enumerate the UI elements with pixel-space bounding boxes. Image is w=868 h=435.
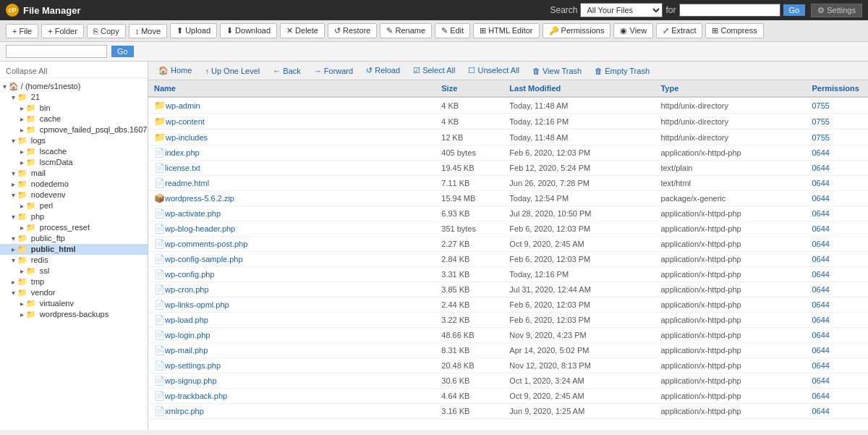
file-permissions-cell[interactable]: 0644 <box>807 145 869 161</box>
file-name-link[interactable]: wp-load.php <box>165 316 208 324</box>
file-name-link[interactable]: index.php <box>165 148 200 157</box>
file-permissions-cell[interactable]: 0755 <box>807 97 869 114</box>
file-permissions-cell[interactable]: 0644 <box>807 373 869 389</box>
tree-item-logs[interactable]: ▾ 📁 logs <box>0 135 148 146</box>
table-row[interactable]: 📄wp-config.php3.31 KBToday, 12:16 PMappl… <box>148 267 868 282</box>
table-row[interactable]: 📄wp-config-sample.php2.84 KBFeb 6, 2020,… <box>148 252 868 267</box>
file-name-link[interactable]: license.txt <box>165 164 200 172</box>
table-row[interactable]: 📄wp-load.php3.22 KBFeb 6, 2020, 12:03 PM… <box>148 313 868 328</box>
collapse-all-button[interactable]: Collapse All <box>0 64 148 78</box>
reload-button[interactable]: ↺ Reload <box>362 64 404 77</box>
empty-trash-button[interactable]: 🗑 Empty Trash <box>590 65 654 77</box>
table-row[interactable]: 📄xmlrpc.php3.16 KBJun 9, 2020, 1:25 AMap… <box>148 404 868 419</box>
permissions-button[interactable]: 🔑 Permissions <box>542 23 611 38</box>
col-type[interactable]: Type <box>655 80 806 97</box>
file-name-link[interactable]: wp-admin <box>166 101 200 110</box>
file-name-link[interactable]: wp-activate.php <box>165 209 221 218</box>
file-permissions-cell[interactable]: 0644 <box>807 358 869 373</box>
file-name-link[interactable]: wp-config.php <box>165 270 215 279</box>
view-trash-button[interactable]: 🗑 View Trash <box>528 65 586 77</box>
col-name[interactable]: Name <box>148 80 435 97</box>
search-scope-select[interactable]: All Your Files Current Directory Web Roo… <box>580 3 663 17</box>
file-permissions-cell[interactable]: 0755 <box>807 130 869 145</box>
search-go-button[interactable]: Go <box>783 4 806 16</box>
back-button[interactable]: ← Back <box>268 65 305 77</box>
table-row[interactable]: 📁wp-content4 KBToday, 12:16 PMhttpd/unix… <box>148 114 868 130</box>
file-name-link[interactable]: wp-links-opml.php <box>165 300 229 309</box>
new-file-button[interactable]: + File <box>6 24 38 38</box>
file-name-link[interactable]: wp-login.php <box>165 331 210 339</box>
file-permissions-cell[interactable]: 0644 <box>807 191 869 206</box>
col-modified[interactable]: Last Modified <box>503 80 655 97</box>
file-permissions-cell[interactable]: 0644 <box>807 176 869 191</box>
tree-item-redis[interactable]: ▾ 📁 redis <box>0 255 148 266</box>
tree-item-php[interactable]: ▾ 📁 php <box>0 211 148 222</box>
file-permissions-cell[interactable]: 0644 <box>807 389 869 404</box>
file-permissions-cell[interactable]: 0644 <box>807 267 869 282</box>
html-editor-button[interactable]: ⊞ HTML Editor <box>473 23 539 38</box>
tree-item-wordpress-backups[interactable]: ▸ 📁 wordpress-backups <box>0 309 148 320</box>
table-row[interactable]: 📄wp-blog-header.php351 bytesFeb 6, 2020,… <box>148 221 868 237</box>
table-row[interactable]: 📄wp-signup.php30.6 KBOct 1, 2020, 3:24 A… <box>148 373 868 389</box>
tree-item-tmp[interactable]: ▸ 📁 tmp <box>0 276 148 287</box>
compress-button[interactable]: ⊞ Compress <box>705 23 763 38</box>
table-row[interactable]: 📄wp-comments-post.php2.27 KBOct 9, 2020,… <box>148 237 868 252</box>
table-row[interactable]: 📄wp-activate.php6.93 KBJul 28, 2020, 10:… <box>148 206 868 221</box>
file-name-link[interactable]: xmlrpc.php <box>165 407 204 415</box>
file-permissions-cell[interactable]: 0644 <box>807 297 869 313</box>
tree-item-21[interactable]: ▾ 📁 21 <box>0 92 148 103</box>
table-row[interactable]: 📄readme.html7.11 KBJun 26, 2020, 7:28 PM… <box>148 176 868 191</box>
home-button[interactable]: 🏠 Home <box>154 64 196 77</box>
file-name-link[interactable]: wp-trackback.php <box>165 392 227 400</box>
edit-button[interactable]: ✎ Edit <box>435 23 470 38</box>
up-one-level-button[interactable]: ↑ Up One Level <box>200 65 264 77</box>
tree-item-vendor[interactable]: ▾ 📁 vendor <box>0 287 148 298</box>
file-name-link[interactable]: wp-config-sample.php <box>165 255 243 263</box>
file-permissions-cell[interactable]: 0644 <box>807 252 869 267</box>
path-input[interactable]: public_html/ <box>6 45 107 58</box>
file-name-link[interactable]: readme.html <box>165 179 209 187</box>
tree-item-lscmdata[interactable]: ▸ 📁 lscmData <box>0 157 148 168</box>
table-row[interactable]: 📄wp-cron.php3.85 KBJul 31, 2020, 12:44 A… <box>148 282 868 297</box>
table-row[interactable]: 📁wp-includes12 KBToday, 11:48 AMhttpd/un… <box>148 130 868 145</box>
table-row[interactable]: 📄wp-trackback.php4.64 KBOct 9, 2020, 2:4… <box>148 389 868 404</box>
view-button[interactable]: ◉ View <box>613 23 653 38</box>
file-permissions-cell[interactable]: 0644 <box>807 161 869 176</box>
tree-item-cache[interactable]: ▸ 📁 cache <box>0 114 148 124</box>
table-row[interactable]: 📄wp-login.php48.66 KBNov 9, 2020, 4:23 P… <box>148 328 868 343</box>
table-row[interactable]: 📁wp-admin4 KBToday, 11:48 AMhttpd/unix-d… <box>148 97 868 114</box>
tree-item----home-s1nesto-[interactable]: ▾ 🏠 / (home/s1nesto) <box>0 81 148 92</box>
rename-button[interactable]: ✎ Rename <box>380 23 432 38</box>
file-permissions-cell[interactable]: 0644 <box>807 404 869 419</box>
file-permissions-cell[interactable]: 0644 <box>807 282 869 297</box>
new-folder-button[interactable]: + Folder <box>41 24 84 38</box>
file-permissions-cell[interactable]: 0644 <box>807 328 869 343</box>
file-name-link[interactable]: wp-cron.php <box>165 285 209 294</box>
restore-button[interactable]: ↺ Restore <box>328 23 378 38</box>
table-row[interactable]: 📄index.php405 bytesFeb 6, 2020, 12:03 PM… <box>148 145 868 161</box>
table-row[interactable]: 📄license.txt19.45 KBFeb 12, 2020, 5:24 P… <box>148 161 868 176</box>
file-name-link[interactable]: wp-signup.php <box>165 376 217 385</box>
table-row[interactable]: 📄wp-mail.php8.31 KBApr 14, 2020, 5:02 PM… <box>148 343 868 358</box>
tree-item-ssl[interactable]: ▸ 📁 ssl <box>0 266 148 276</box>
file-permissions-cell[interactable]: 0644 <box>807 206 869 221</box>
tree-item-nodedemo[interactable]: ▸ 📁 nodedemo <box>0 179 148 190</box>
file-permissions-cell[interactable]: 0644 <box>807 313 869 328</box>
delete-button[interactable]: ✕ Delete <box>280 23 325 38</box>
settings-button[interactable]: ⚙ Settings <box>811 4 862 17</box>
search-input[interactable] <box>679 4 780 17</box>
move-button[interactable]: ↕ Move <box>129 24 167 38</box>
tree-item-mail[interactable]: ▾ 📁 mail <box>0 168 148 179</box>
file-permissions-cell[interactable]: 0644 <box>807 343 869 358</box>
select-all-button[interactable]: ☑ Select All <box>409 64 459 77</box>
file-permissions-cell[interactable]: 0644 <box>807 221 869 237</box>
table-row[interactable]: 📄wp-settings.php20.48 KBNov 12, 2020, 8:… <box>148 358 868 373</box>
file-name-link[interactable]: wordpress-5.6.2.zip <box>165 194 234 203</box>
file-name-link[interactable]: wp-settings.php <box>165 361 221 370</box>
tree-item-nodevenv[interactable]: ▾ 📁 nodevenv <box>0 190 148 200</box>
file-permissions-cell[interactable]: 0755 <box>807 114 869 130</box>
table-row[interactable]: 📦wordpress-5.6.2.zip15.94 MBToday, 12:54… <box>148 191 868 206</box>
table-row[interactable]: 📄wp-links-opml.php2.44 KBFeb 6, 2020, 12… <box>148 297 868 313</box>
file-name-link[interactable]: wp-blog-header.php <box>165 224 235 233</box>
download-button[interactable]: ⬇ Download <box>220 23 277 38</box>
